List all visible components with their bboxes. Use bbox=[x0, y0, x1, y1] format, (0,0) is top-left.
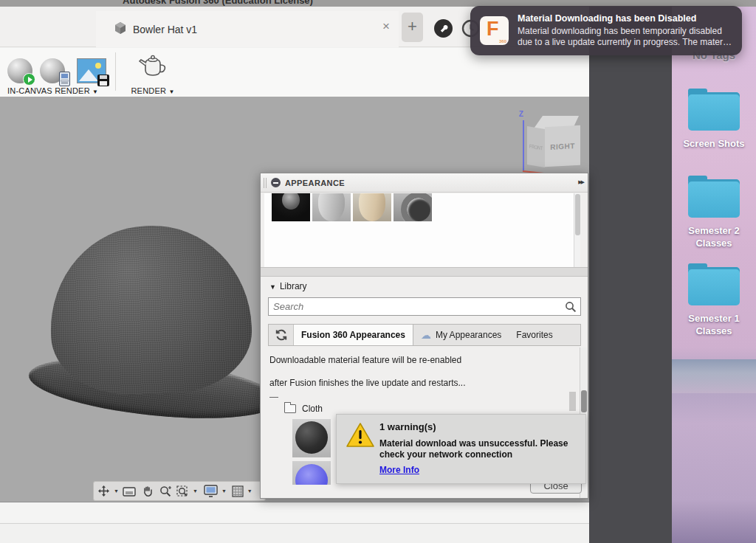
material-swatch-gray-cloth[interactable] bbox=[312, 193, 351, 221]
desktop-wallpaper: No Tags Screen Shots Semester 2 Classes … bbox=[672, 0, 756, 543]
notice-line-1: Downloadable material feature will be re… bbox=[269, 355, 461, 365]
notice-line-2: after Fusion finishes the live update an… bbox=[269, 378, 465, 388]
in-design-swatch-zone bbox=[264, 193, 580, 267]
orbit-caret-icon[interactable]: ▼ bbox=[114, 488, 119, 494]
image-mountain-glyph bbox=[79, 69, 98, 81]
background-window-strip bbox=[589, 0, 672, 543]
display-caret-icon[interactable]: ▼ bbox=[221, 488, 227, 494]
fusion-360-app-icon: F 360 bbox=[480, 16, 509, 45]
teapot-render-icon[interactable] bbox=[137, 54, 169, 83]
folder-semester-2-label[interactable]: Semester 2 Classes bbox=[673, 224, 755, 249]
timeline-strip bbox=[0, 523, 589, 543]
notification-toast[interactable]: F 360 Material Downloading has been Disa… bbox=[470, 6, 742, 55]
search-box[interactable] bbox=[268, 297, 581, 316]
viewcube-z-axis bbox=[523, 120, 524, 170]
cloth-material-swatch[interactable] bbox=[292, 419, 331, 457]
library-folder-cloth[interactable]: Cloth bbox=[284, 404, 323, 414]
panel-grip-handle[interactable] bbox=[264, 178, 267, 188]
search-icon[interactable] bbox=[565, 301, 577, 313]
image-sun-glyph bbox=[95, 63, 101, 69]
swatch-scrollbar[interactable] bbox=[574, 193, 580, 267]
hat-dome bbox=[47, 222, 254, 397]
appearance-panel-title: APPEARANCE bbox=[285, 179, 345, 187]
pan-icon[interactable] bbox=[142, 485, 154, 497]
grid-caret-icon[interactable]: ▼ bbox=[247, 488, 252, 494]
grid-icon[interactable] bbox=[232, 485, 244, 497]
appearance-panel-header[interactable]: APPEARANCE ▶▶ bbox=[261, 173, 588, 193]
folder-semester-1-label[interactable]: Semester 1 Classes bbox=[673, 312, 755, 337]
save-floppy-icon bbox=[97, 75, 109, 86]
material-swatch-tan-cloth[interactable] bbox=[353, 193, 391, 221]
folder-icon bbox=[284, 404, 296, 413]
quick-setup-icon[interactable] bbox=[434, 19, 453, 38]
orbit-icon[interactable] bbox=[97, 485, 110, 497]
library-collapse-icon[interactable]: ▼ bbox=[269, 283, 276, 291]
bowler-hat-model[interactable] bbox=[28, 222, 279, 495]
library-section-header[interactable]: ▼Library bbox=[269, 281, 307, 291]
material-swatch-black-torus[interactable] bbox=[272, 193, 310, 221]
tab-my-appearances[interactable]: ☁ My Appearances bbox=[413, 325, 509, 345]
wallpaper-horizon bbox=[672, 359, 756, 393]
warning-title: 1 warning(s) bbox=[379, 421, 436, 432]
dropdown-caret-icon: ▼ bbox=[168, 89, 174, 95]
tab-fusion-360-appearances[interactable]: Fusion 360 Appearances bbox=[294, 325, 413, 345]
warning-message: Material download was unsuccessful. Plea… bbox=[379, 438, 579, 460]
warning-dialog: 1 warning(s) Material download was unsuc… bbox=[336, 414, 586, 484]
window-zoom-caret-icon[interactable]: ▼ bbox=[193, 488, 198, 494]
in-canvas-render-settings-icon[interactable] bbox=[40, 58, 65, 83]
fusion-window: Bowler Hat v1 × + bbox=[0, 7, 589, 543]
in-canvas-render-icon[interactable] bbox=[7, 58, 32, 83]
refresh-icon[interactable] bbox=[269, 325, 294, 345]
toolbar-separator bbox=[115, 52, 116, 91]
render-label[interactable]: RENDER ▼ bbox=[127, 86, 179, 95]
folder-semester-2[interactable] bbox=[688, 179, 740, 218]
settings-badge-icon bbox=[59, 72, 70, 86]
document-cube-icon bbox=[114, 21, 127, 38]
folder-cloth-label: Cloth bbox=[302, 404, 323, 414]
viewcube[interactable]: Z FRONT RIGHT bbox=[517, 110, 589, 180]
library-tabs: Fusion 360 Appearances ☁ My Appearances … bbox=[268, 324, 581, 346]
inner-scroll-fragment bbox=[569, 392, 576, 411]
tab-favorites[interactable]: Favorites bbox=[509, 325, 560, 345]
search-input[interactable] bbox=[269, 301, 565, 312]
display-settings-icon[interactable] bbox=[204, 485, 218, 497]
cloud-icon: ☁ bbox=[421, 329, 431, 341]
render-group[interactable]: RENDER ▼ bbox=[127, 52, 179, 95]
in-canvas-render-label[interactable]: IN-CANVAS RENDER ▼ bbox=[7, 86, 106, 95]
play-badge-icon bbox=[23, 73, 35, 86]
browser-strip bbox=[0, 502, 589, 523]
look-at-icon[interactable] bbox=[123, 486, 136, 497]
document-tab[interactable]: Bowler Hat v1 bbox=[96, 11, 399, 47]
notice-dash: — bbox=[269, 392, 278, 402]
zoom-icon[interactable] bbox=[159, 485, 171, 497]
dropdown-caret-icon: ▼ bbox=[92, 89, 98, 95]
viewcube-front-face[interactable]: FRONT bbox=[527, 126, 545, 167]
more-info-link[interactable]: More Info bbox=[379, 465, 419, 475]
material-swatch-metal-ring[interactable] bbox=[394, 193, 432, 221]
folder-screen-shots[interactable] bbox=[688, 92, 740, 131]
warning-triangle-icon bbox=[346, 422, 375, 452]
blue-material-swatch[interactable] bbox=[292, 461, 331, 485]
panel-scrollbar-thumb[interactable] bbox=[581, 390, 587, 412]
document-tab-title: Bowler Hat v1 bbox=[133, 24, 197, 35]
app-title: Autodesk Fusion 360 (Education License) bbox=[0, 0, 436, 6]
toast-body: Material downloading has been temporaril… bbox=[518, 26, 732, 48]
navigation-toolbar: ▼ bbox=[93, 481, 266, 501]
viewcube-right-face[interactable]: RIGHT bbox=[545, 125, 580, 167]
window-zoom-icon[interactable] bbox=[176, 485, 189, 497]
folder-semester-1[interactable] bbox=[688, 267, 740, 305]
folder-screen-shots-label[interactable]: Screen Shots bbox=[673, 137, 755, 150]
collapse-panel-icon[interactable] bbox=[271, 178, 281, 187]
close-tab-icon[interactable]: × bbox=[378, 18, 394, 35]
viewcube-z-label: Z bbox=[519, 110, 523, 118]
in-canvas-render-group[interactable]: IN-CANVAS RENDER ▼ bbox=[7, 52, 106, 95]
toast-title: Material Downloading has been Disabled bbox=[518, 13, 696, 24]
new-tab-button[interactable]: + bbox=[402, 13, 423, 42]
horizontal-scrollbar[interactable] bbox=[261, 267, 588, 277]
capture-image-icon[interactable] bbox=[77, 58, 106, 83]
panel-pin-icon[interactable]: ▶▶ bbox=[578, 179, 583, 185]
